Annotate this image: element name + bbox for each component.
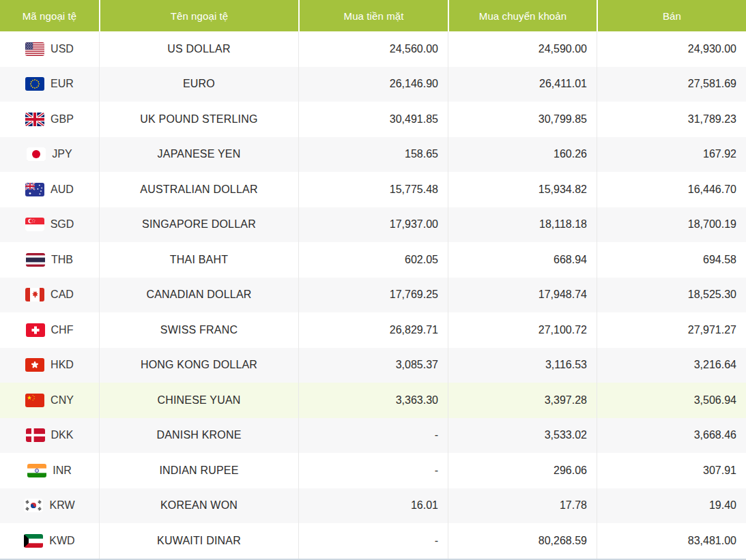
sell-value: 694.58 — [597, 242, 746, 278]
flag-eu-icon — [25, 77, 44, 91]
currency-code: EUR — [51, 78, 74, 90]
exchange-rate-table: Mã ngoại tệ Tên ngoại tệ Mua tiền mặt Mu… — [0, 0, 746, 560]
buy-cash-value: 26,146.90 — [298, 67, 448, 102]
table-row: KRW KOREAN WON 16.01 17.78 19.40 — [0, 488, 746, 524]
currency-code-cell: KRW — [0, 488, 99, 524]
table-row: CAD CANADIAN DOLLAR 17,769.25 17,948.74 … — [0, 278, 746, 313]
currency-code: USD — [51, 43, 74, 55]
table-row: GBP UK POUND STERLING 30,491.85 30,799.8… — [0, 102, 746, 137]
buy-cash-value: 26,829.71 — [298, 312, 448, 348]
buy-transfer-value: 3,533.02 — [448, 418, 597, 454]
currency-code-cell: INR — [0, 453, 99, 488]
buy-cash-value: 30,491.85 — [298, 102, 448, 137]
flag-ch-icon — [26, 323, 45, 337]
buy-cash-value: 3,085.37 — [298, 348, 448, 383]
currency-name: EURO — [99, 67, 298, 102]
currency-name: CANADIAN DOLLAR — [99, 278, 298, 313]
currency-code-cell: EUR — [0, 67, 99, 102]
currency-code: KRW — [49, 499, 74, 512]
flag-au-icon — [25, 183, 44, 196]
buy-transfer-value: 17,948.74 — [448, 278, 597, 313]
buy-transfer-value: 668.94 — [448, 242, 597, 278]
sell-value: 31,789.23 — [597, 102, 746, 137]
currency-name: UK POUND STERLING — [99, 102, 298, 137]
header-buy-cash: Mua tiền mặt — [298, 0, 448, 31]
table-row: INR INDIAN RUPEE - 296.06 307.91 — [0, 453, 746, 488]
header-currency-code: Mã ngoại tệ — [0, 0, 99, 31]
table-row: THB THAI BAHT 602.05 668.94 694.58 — [0, 242, 746, 278]
flag-jp-icon — [27, 147, 46, 161]
currency-name: HONG KONG DOLLAR — [99, 348, 298, 383]
currency-code: JPY — [52, 148, 72, 160]
table-row: HKD HONG KONG DOLLAR 3,085.37 3,116.53 3… — [0, 348, 746, 383]
flag-cn-icon — [25, 394, 44, 407]
currency-code: CAD — [51, 289, 74, 301]
buy-cash-value: - — [298, 418, 448, 454]
table-row: JPY JAPANESE YEN 158.65 160.26 167.92 — [0, 137, 746, 173]
currency-code: KWD — [49, 535, 74, 547]
header-sell: Bán — [597, 0, 746, 31]
flag-dk-icon — [26, 428, 45, 442]
flag-kw-icon — [24, 534, 43, 548]
buy-cash-value: 602.05 — [298, 242, 448, 278]
currency-code-cell: CNY — [0, 383, 99, 418]
flag-gb-icon — [25, 113, 44, 126]
buy-transfer-value: 26,411.01 — [448, 67, 597, 102]
currency-name: SWISS FRANC — [99, 312, 298, 348]
buy-cash-value: 16.01 — [298, 488, 448, 524]
header-currency-name: Tên ngoại tệ — [99, 0, 298, 31]
buy-cash-value: 17,769.25 — [298, 278, 448, 313]
flag-hk-icon — [25, 358, 44, 372]
buy-transfer-value: 18,118.18 — [448, 207, 597, 243]
currency-code-cell: JPY — [0, 137, 99, 173]
currency-name: KUWAITI DINAR — [99, 523, 298, 559]
currency-code-cell: KWD — [0, 523, 99, 559]
table-row: CNY CHINESE YUAN 3,363.30 3,397.28 3,506… — [0, 383, 746, 418]
buy-transfer-value: 27,100.72 — [448, 312, 597, 348]
sell-value: 27,971.27 — [597, 312, 746, 348]
currency-code: GBP — [51, 113, 74, 126]
table-header-row: Mã ngoại tệ Tên ngoại tệ Mua tiền mặt Mu… — [0, 0, 746, 31]
table-row: SGD SINGAPORE DOLLAR 17,937.00 18,118.18… — [0, 207, 746, 243]
buy-transfer-value: 296.06 — [448, 453, 597, 488]
currency-code-cell: THB — [0, 242, 99, 278]
flag-us-icon — [25, 42, 44, 56]
sell-value: 3,216.64 — [597, 348, 746, 383]
currency-name: THAI BAHT — [99, 242, 298, 278]
buy-transfer-value: 3,116.53 — [448, 348, 597, 383]
buy-transfer-value: 3,397.28 — [448, 383, 597, 418]
buy-transfer-value: 24,590.00 — [448, 31, 597, 67]
buy-cash-value: 24,560.00 — [298, 31, 448, 67]
sell-value: 307.91 — [597, 453, 746, 488]
table-body: USD US DOLLAR 24,560.00 24,590.00 24,930… — [0, 31, 746, 559]
sell-value: 18,700.19 — [597, 207, 746, 243]
table-row: KWD KUWAITI DINAR - 80,268.59 83,481.00 — [0, 523, 746, 559]
currency-name: CHINESE YUAN — [99, 383, 298, 418]
flag-kr-icon — [24, 499, 43, 512]
buy-transfer-value: 30,799.85 — [448, 102, 597, 137]
currency-code: SGD — [51, 218, 74, 231]
currency-name: DANISH KRONE — [99, 418, 298, 454]
currency-code: DKK — [51, 429, 74, 441]
buy-cash-value: - — [298, 453, 448, 488]
sell-value: 18,525.30 — [597, 278, 746, 313]
buy-transfer-value: 80,268.59 — [448, 523, 597, 559]
buy-cash-value: 15,775.48 — [298, 172, 448, 207]
currency-code: HKD — [51, 359, 74, 371]
table-row: AUD AUSTRALIAN DOLLAR 15,775.48 15,934.8… — [0, 172, 746, 207]
currency-name: US DOLLAR — [99, 31, 298, 67]
currency-code-cell: SGD — [0, 207, 99, 243]
sell-value: 16,446.70 — [597, 172, 746, 207]
buy-cash-value: - — [298, 523, 448, 559]
currency-code: INR — [53, 465, 72, 477]
flag-ca-icon — [25, 288, 44, 301]
sell-value: 83,481.00 — [597, 523, 746, 559]
header-buy-transfer: Mua chuyển khoản — [448, 0, 597, 31]
sell-value: 3,506.94 — [597, 383, 746, 418]
currency-code: AUD — [51, 183, 74, 196]
sell-value: 19.40 — [597, 488, 746, 524]
currency-code-cell: CAD — [0, 278, 99, 313]
buy-transfer-value: 17.78 — [448, 488, 597, 524]
currency-code: CHF — [51, 324, 74, 336]
currency-code-cell: USD — [0, 31, 99, 67]
